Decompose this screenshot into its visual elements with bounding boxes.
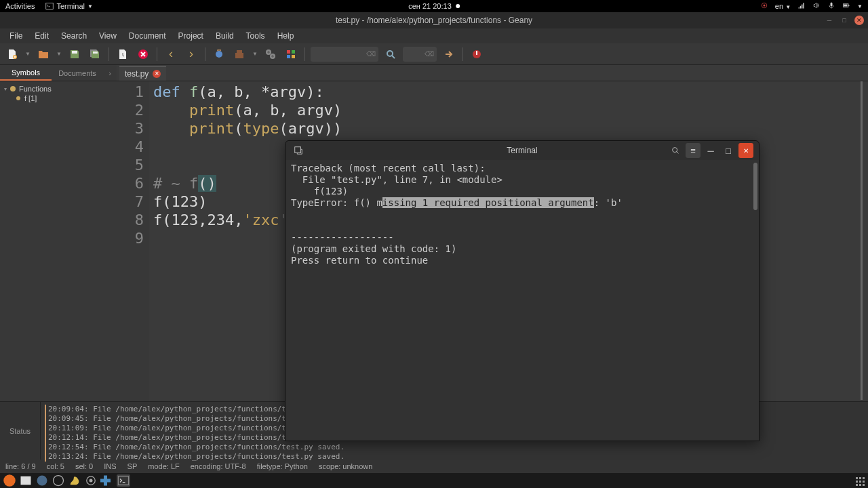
- search-input[interactable]: ⌫: [311, 47, 378, 62]
- dock-app3[interactable]: [35, 474, 49, 487]
- svg-rect-13: [237, 50, 242, 53]
- compile-button[interactable]: [211, 46, 227, 62]
- svg-rect-26: [21, 476, 31, 485]
- terminal-menu-button[interactable]: ≡: [686, 143, 701, 158]
- open-dropdown[interactable]: ▼: [56, 51, 62, 57]
- tab-documents[interactable]: Documents: [52, 65, 103, 81]
- svg-rect-19: [292, 55, 295, 58]
- menu-project[interactable]: Project: [173, 30, 209, 42]
- dock-files[interactable]: [19, 474, 33, 487]
- save-button[interactable]: [66, 46, 83, 62]
- goto-button[interactable]: [441, 46, 457, 62]
- desktop-topbar: Activities Terminal ▼ сен 21 20:13 en ▼ …: [0, 0, 868, 12]
- status-tab[interactable]: Status: [9, 427, 31, 435]
- terminal-window: Terminal ≡ ─ □ ✕ Traceback (most recent …: [285, 140, 760, 441]
- battery-icon[interactable]: [842, 1, 850, 11]
- tree-functions[interactable]: ▾ Functions: [3, 84, 114, 94]
- nav-fwd-button[interactable]: ›: [183, 46, 199, 62]
- terminal-minimize[interactable]: ─: [703, 143, 718, 158]
- close-tab-icon[interactable]: ✕: [153, 70, 161, 78]
- dock-python[interactable]: [100, 474, 114, 487]
- svg-rect-16: [287, 50, 290, 54]
- svg-point-20: [387, 51, 393, 56]
- network-icon[interactable]: [797, 1, 806, 11]
- close-button[interactable]: ✕: [854, 16, 864, 25]
- volume-icon[interactable]: [812, 1, 821, 11]
- execute-button[interactable]: [262, 46, 279, 62]
- tab-overflow[interactable]: ›: [103, 65, 117, 81]
- search-button[interactable]: [382, 46, 399, 62]
- terminal-close[interactable]: ✕: [738, 143, 753, 158]
- save-all-button[interactable]: [87, 46, 103, 62]
- show-apps-button[interactable]: [856, 477, 865, 487]
- screen-record-icon[interactable]: [760, 1, 768, 11]
- dock-app4[interactable]: [52, 474, 65, 487]
- menu-document[interactable]: Document: [123, 30, 172, 42]
- svg-rect-0: [46, 3, 54, 9]
- svg-point-23: [10, 86, 16, 92]
- svg-point-30: [90, 479, 93, 483]
- dock-terminal[interactable]: [117, 474, 130, 487]
- svg-rect-3: [831, 3, 833, 7]
- menu-build[interactable]: Build: [210, 30, 239, 42]
- svg-rect-18: [287, 55, 290, 58]
- revert-button[interactable]: [115, 46, 131, 62]
- sidebar: Symbols Documents › ▾ Functions f [1]: [0, 65, 117, 401]
- minimize-button[interactable]: ─: [825, 16, 834, 25]
- color-chooser-button[interactable]: [283, 46, 299, 62]
- svg-point-25: [3, 474, 16, 487]
- terminal-maximize[interactable]: □: [721, 143, 736, 158]
- dock-firefox[interactable]: [3, 474, 16, 487]
- nav-back-button[interactable]: ‹: [163, 46, 179, 62]
- dock: [0, 473, 868, 488]
- menu-tools[interactable]: Tools: [241, 30, 271, 42]
- activities-button[interactable]: Activities: [5, 2, 35, 10]
- toolbar: ▼ ▼ ‹ › ▼ ⌫ ⌫: [0, 43, 868, 65]
- maximize-button[interactable]: □: [840, 16, 849, 25]
- status-col: col: 5: [47, 462, 64, 470]
- new-file-button[interactable]: [4, 46, 20, 62]
- mic-icon[interactable]: [827, 1, 835, 11]
- menu-edit[interactable]: Edit: [29, 30, 54, 42]
- file-tab[interactable]: test.py ✕: [119, 66, 166, 81]
- menubar: File Edit Search View Document Project B…: [0, 28, 868, 43]
- svg-rect-9: [93, 52, 98, 54]
- new-dropdown[interactable]: ▼: [24, 51, 31, 57]
- tab-symbols[interactable]: Symbols: [0, 65, 52, 81]
- menu-file[interactable]: File: [4, 30, 28, 42]
- svg-rect-17: [292, 50, 295, 54]
- menu-search[interactable]: Search: [56, 30, 92, 42]
- status-mode: mode: LF: [148, 462, 179, 470]
- terminal-menu[interactable]: Terminal ▼: [45, 2, 93, 10]
- statusbar: line: 6 / 9 col: 5 sel: 0 INS SP mode: L…: [0, 460, 868, 473]
- svg-rect-8: [72, 51, 77, 54]
- new-tab-button[interactable]: [291, 143, 306, 158]
- svg-rect-12: [235, 53, 243, 58]
- build-dropdown[interactable]: ▼: [252, 51, 258, 57]
- terminal-search-button[interactable]: [668, 143, 683, 158]
- status-enc: encoding: UTF-8: [191, 462, 246, 470]
- goto-input[interactable]: ⌫: [403, 47, 437, 62]
- window-title: test.py - /home/alex/python_projects/fun…: [336, 16, 532, 25]
- status-line: line: 6 / 9: [5, 462, 36, 470]
- tree-item-f[interactable]: f [1]: [3, 94, 114, 103]
- close-file-button[interactable]: [135, 46, 151, 62]
- dock-app5[interactable]: [68, 474, 81, 487]
- line-gutter: 123456789: [117, 81, 149, 401]
- build-button[interactable]: [231, 46, 248, 62]
- status-sp: SP: [127, 462, 138, 470]
- svg-point-27: [37, 476, 47, 486]
- dock-settings[interactable]: [84, 474, 98, 487]
- svg-rect-5: [848, 5, 850, 6]
- window-titlebar: test.py - /home/alex/python_projects/fun…: [0, 12, 868, 28]
- clock[interactable]: сен 21 20:13: [408, 2, 452, 10]
- open-file-button[interactable]: [35, 46, 52, 62]
- menu-help[interactable]: Help: [272, 30, 300, 42]
- lang-indicator[interactable]: en ▼: [775, 2, 791, 10]
- svg-point-2: [763, 5, 765, 7]
- quit-button[interactable]: [469, 46, 485, 62]
- menu-view[interactable]: View: [94, 30, 122, 42]
- svg-point-11: [216, 51, 222, 58]
- terminal-output[interactable]: Traceback (most recent call last): File …: [285, 160, 759, 441]
- terminal-scrollbar[interactable]: [753, 163, 757, 210]
